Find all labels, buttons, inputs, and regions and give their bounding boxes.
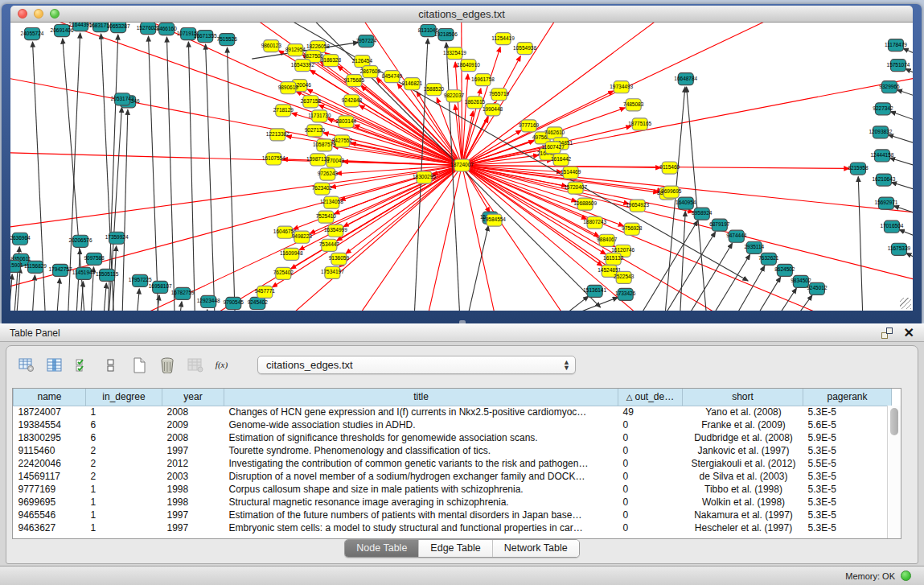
node[interactable]: 15692971	[875, 197, 898, 209]
column-header-title[interactable]: title	[224, 389, 618, 406]
selected-node[interactable]: 11609948	[280, 248, 303, 260]
selected-node[interactable]: 10587579	[313, 139, 336, 151]
node[interactable]: 9097588	[84, 253, 105, 265]
selected-node[interactable]: 17534197	[321, 266, 344, 278]
node[interactable]: 7957224	[356, 35, 377, 47]
column-header-short[interactable]: short	[683, 389, 803, 406]
node[interactable]: 16782759	[171, 287, 195, 299]
node[interactable]: 8624502	[774, 264, 795, 276]
node[interactable]: 11451944	[72, 267, 96, 279]
selected-node[interactable]: 9884067	[597, 234, 618, 246]
selected-node[interactable]: 7625402	[273, 267, 294, 279]
selected-node[interactable]: 9699695	[661, 186, 682, 198]
selected-node[interactable]: 9175685	[344, 75, 365, 87]
selected-node[interactable]: 9498223	[292, 231, 313, 243]
table-settings-icon[interactable]	[18, 357, 35, 373]
selected-node[interactable]: 1514469	[561, 167, 581, 179]
function-builder-icon[interactable]: f(x)	[215, 357, 232, 373]
selected-node[interactable]: 16543392	[291, 60, 314, 72]
node[interactable]: 13505115	[96, 269, 119, 281]
node[interactable]: 3915901	[10, 260, 23, 272]
zoom-window-button[interactable]	[50, 9, 60, 19]
table-vertical-scrollbar[interactable]	[887, 406, 901, 538]
selected-node[interactable]: 9777169	[519, 120, 540, 132]
node[interactable]: 15136141	[583, 285, 606, 297]
selected-node[interactable]: 9726243	[318, 168, 339, 180]
table-row[interactable]: 946362711997Embryonic stem cells: a mode…	[14, 521, 892, 534]
node[interactable]: 19218506	[434, 29, 458, 41]
table-row[interactable]: 1830029562008Estimation of significance …	[14, 431, 892, 444]
minimize-window-button[interactable]	[34, 9, 43, 19]
resize-grip-icon[interactable]	[900, 298, 911, 309]
selected-node[interactable]: 7534447	[319, 239, 340, 251]
network-select-dropdown[interactable]: citations_edges.txt ▲▼	[257, 356, 576, 374]
close-window-button[interactable]	[18, 9, 27, 19]
table-row[interactable]: 1456911722003Disruption of a novel membe…	[14, 470, 892, 483]
delete-icon[interactable]	[158, 357, 176, 373]
node[interactable]: 12923448	[197, 295, 220, 307]
column-header-pagerank[interactable]: pagerank	[803, 389, 892, 406]
close-panel-icon[interactable]: ✕	[904, 328, 914, 339]
table-row[interactable]: 1938455462009Genome-wide association stu…	[14, 418, 892, 431]
node[interactable]: 16671355	[194, 31, 217, 43]
node[interactable]: 17016504	[881, 220, 904, 233]
selected-node[interactable]: 7955719	[489, 89, 510, 101]
selected-node[interactable]: 2637158	[301, 96, 322, 108]
selected-node[interactable]: 7623402	[312, 183, 333, 195]
selected-node[interactable]: 1588520	[424, 84, 445, 96]
table-row[interactable]: 946554611997Estimation of the future num…	[14, 509, 892, 521]
selected-node[interactable]: 7485083	[623, 99, 644, 111]
node[interactable]: 6879197	[709, 219, 730, 231]
import-table-icon[interactable]	[187, 357, 204, 373]
selected-node[interactable]: 9756928	[622, 223, 643, 235]
selected-node[interactable]: 9027130	[305, 125, 326, 137]
selected-node[interactable]: 9115460	[659, 162, 680, 174]
selected-node[interactable]: 12134058	[320, 196, 343, 208]
selected-node[interactable]: 9136059	[329, 253, 350, 265]
scrollbar-thumb[interactable]	[890, 408, 898, 435]
selected-node[interactable]: 8454749	[382, 71, 403, 83]
node[interactable]: 2935114	[744, 241, 764, 253]
selected-node[interactable]: 18775165	[628, 118, 651, 130]
node[interactable]: 9474444	[726, 230, 747, 242]
tab-node-table[interactable]: Node Table	[345, 540, 419, 557]
selected-node[interactable]: 16107554	[262, 153, 285, 165]
float-panel-icon[interactable]	[881, 328, 893, 339]
row-height-icon[interactable]	[102, 357, 120, 373]
selected-node[interactable]: 2522543	[614, 271, 634, 283]
selected-node[interactable]: 1615132	[603, 253, 624, 265]
node[interactable]: 17359924	[105, 232, 129, 244]
node[interactable]: 9245012	[807, 282, 827, 295]
tab-edge-table[interactable]: Edge Table	[419, 540, 492, 557]
selected-node[interactable]: 9146821	[402, 78, 423, 90]
selected-node[interactable]: 2867608	[360, 66, 381, 78]
selected-node[interactable]: 12213382	[266, 129, 290, 141]
selected-node[interactable]: 18640910	[457, 60, 480, 72]
table-row[interactable]: 911546021997Tourette syndrome. Phenomeno…	[14, 444, 892, 457]
selected-node[interactable]: 9457771	[255, 286, 276, 298]
node[interactable]: 1640954	[676, 197, 696, 209]
selected-node[interactable]: 9822037	[444, 90, 465, 102]
node[interactable]: 7515526	[217, 34, 238, 46]
selected-node[interactable]: 16961758	[471, 74, 495, 86]
column-header-year[interactable]: year	[162, 389, 224, 406]
node[interactable]: 8958924	[692, 208, 713, 220]
selected-node[interactable]: 1990448	[483, 104, 503, 116]
node[interactable]: 12093832	[869, 126, 893, 138]
column-header-out_de[interactable]: △out_de…	[618, 389, 683, 406]
selected-node[interactable]: 9242848	[342, 95, 363, 107]
table-row[interactable]: 969969511998Structural magnetic resonanc…	[14, 496, 892, 509]
column-header-in_degree[interactable]: in_degree	[86, 389, 162, 406]
node[interactable]: 10653287	[107, 23, 130, 33]
node[interactable]: 20206576	[69, 235, 92, 247]
node[interactable]: 24055724	[21, 28, 44, 40]
selected-node[interactable]: 19654923	[626, 200, 649, 212]
node[interactable]: 9329966	[879, 81, 900, 93]
selected-node[interactable]: 9890619	[278, 82, 299, 94]
selected-node[interactable]: 9860123	[261, 40, 282, 52]
node[interactable]: 11178479	[885, 39, 907, 51]
selected-node[interactable]: 18807243	[583, 216, 606, 229]
node[interactable]: 1733426	[615, 288, 636, 300]
node[interactable]: 7632621	[758, 253, 779, 265]
node[interactable]: 9227342	[873, 103, 893, 115]
